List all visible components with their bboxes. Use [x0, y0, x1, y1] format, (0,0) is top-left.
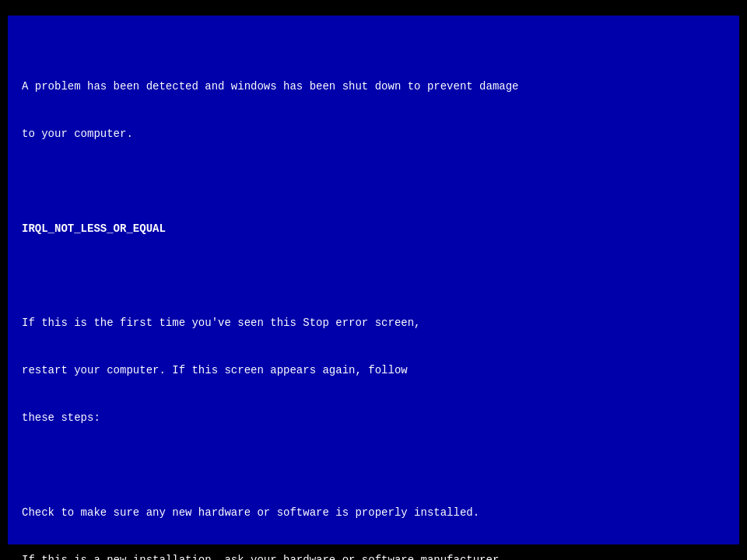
bsod-line-2: to your computer.: [22, 126, 552, 142]
bsod-blank-3: [22, 457, 552, 473]
bsod-blank-1: [22, 173, 552, 189]
bsod-blank-2: [22, 268, 552, 283]
bsod-line-11: If this is a new installation, ask your …: [22, 552, 552, 560]
bsod-line-8: these steps:: [22, 410, 552, 425]
bsod-line-7: restart your computer. If this screen ap…: [22, 362, 552, 378]
bsod-line-6: If this is the first time you've seen th…: [22, 315, 552, 331]
bsod-line-10: Check to make sure any new hardware or s…: [22, 505, 552, 520]
bsod-error-code: IRQL_NOT_LESS_OR_EQUAL: [22, 221, 552, 236]
bsod-screen: A problem has been detected and windows …: [8, 16, 566, 560]
monitor-frame: A problem has been detected and windows …: [8, 16, 739, 544]
bsod-line-1: A problem has been detected and windows …: [22, 79, 552, 94]
